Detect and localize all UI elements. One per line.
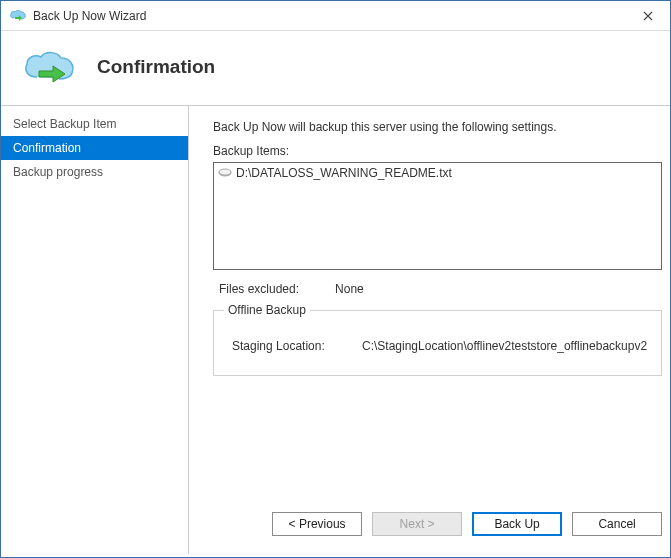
cancel-button[interactable]: Cancel [572,512,662,536]
app-icon [9,9,27,23]
list-item[interactable]: D:\DATALOSS_WARNING_README.txt [216,165,659,181]
staging-location-label: Staging Location: [232,339,342,353]
sidebar: Select Backup Item Confirmation Backup p… [1,106,189,554]
next-button: Next > [372,512,462,536]
sidebar-item-select-backup-item[interactable]: Select Backup Item [1,112,188,136]
backup-items-label: Backup Items: [213,144,662,158]
titlebar-left: Back Up Now Wizard [9,9,146,23]
staging-location-value: C:\StagingLocation\offlinev2teststore_of… [362,339,647,353]
page-title: Confirmation [97,56,215,78]
sidebar-item-confirmation[interactable]: Confirmation [1,136,188,160]
sidebar-item-label: Select Backup Item [13,117,116,131]
files-excluded-row: Files excluded: None [219,282,662,296]
window-title: Back Up Now Wizard [33,9,146,23]
drive-icon [218,167,232,179]
backup-items-list[interactable]: D:\DATALOSS_WARNING_README.txt [213,162,662,270]
cloud-arrow-icon [21,49,77,85]
button-row: < Previous Next > Back Up Cancel [272,512,662,536]
sidebar-item-backup-progress[interactable]: Backup progress [1,160,188,184]
close-button[interactable] [626,2,670,30]
backup-item-path: D:\DATALOSS_WARNING_README.txt [236,166,452,180]
intro-text: Back Up Now will backup this server usin… [213,120,662,134]
main-panel: Back Up Now will backup this server usin… [189,106,671,554]
staging-row: Staging Location: C:\StagingLocation\off… [232,339,647,353]
header: Confirmation [1,31,670,106]
offline-backup-title: Offline Backup [224,303,310,317]
sidebar-item-label: Backup progress [13,165,103,179]
files-excluded-value: None [335,282,364,296]
titlebar: Back Up Now Wizard [1,1,670,31]
previous-button[interactable]: < Previous [272,512,362,536]
offline-backup-group: Offline Backup Staging Location: C:\Stag… [213,310,662,376]
backup-button[interactable]: Back Up [472,512,562,536]
sidebar-item-label: Confirmation [13,141,81,155]
files-excluded-label: Files excluded: [219,282,299,296]
svg-point-1 [219,169,231,175]
